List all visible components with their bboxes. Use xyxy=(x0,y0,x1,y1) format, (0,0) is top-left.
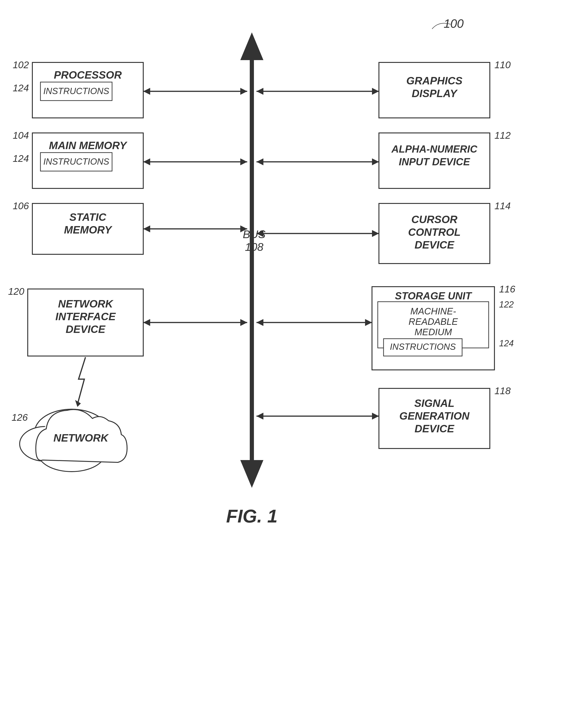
alpha-numeric-label1: ALPHA-NUMERIC xyxy=(391,143,478,155)
network-interface-label3: DEVICE xyxy=(66,323,105,335)
label-110: 110 xyxy=(495,59,511,70)
processor-label: PROCESSOR xyxy=(54,69,122,81)
svg-marker-13 xyxy=(372,158,379,165)
svg-marker-1 xyxy=(240,32,263,60)
network-interface-label1: NETWORK xyxy=(58,298,113,310)
label-112: 112 xyxy=(495,130,511,141)
label-118: 118 xyxy=(495,385,511,396)
diagram-container: 100 BUS 108 PROCESSOR INSTRUCTIONS 102 1… xyxy=(0,0,570,728)
processor-instructions-label: INSTRUCTIONS xyxy=(43,86,109,96)
svg-marker-16 xyxy=(143,225,150,232)
label-102: 102 xyxy=(13,59,29,70)
cursor-control-label2: CONTROL xyxy=(408,226,461,238)
label-124-mem: 124 xyxy=(13,153,29,164)
svg-marker-19 xyxy=(372,230,379,237)
label-104: 104 xyxy=(13,130,29,141)
svg-marker-14 xyxy=(256,158,263,165)
label-116: 116 xyxy=(499,284,516,295)
svg-marker-36 xyxy=(372,413,379,419)
cursor-control-label1: CURSOR xyxy=(411,213,457,225)
machine-readable-label1: MACHINE- xyxy=(410,306,456,316)
label-122: 122 xyxy=(499,300,514,309)
svg-marker-8 xyxy=(256,88,263,95)
main-memory-label: MAIN MEMORY xyxy=(49,139,128,151)
signal-gen-label3: DEVICE xyxy=(414,422,455,434)
network-interface-label2: INTERFACE xyxy=(55,311,116,323)
figure-label: FIG. 1 xyxy=(226,506,277,526)
machine-readable-label3: MEDIUM xyxy=(414,327,452,337)
label-114: 114 xyxy=(495,200,511,211)
svg-marker-11 xyxy=(240,158,247,165)
label-106: 106 xyxy=(13,200,29,211)
bus-id: 108 xyxy=(245,241,263,253)
static-memory-label2: MEMORY xyxy=(64,224,112,236)
signal-gen-label2: GENERATION xyxy=(399,410,470,422)
label-124-proc: 124 xyxy=(13,82,29,94)
network-label: NETWORK xyxy=(53,432,109,444)
svg-marker-22 xyxy=(143,319,150,326)
svg-marker-10 xyxy=(143,158,150,165)
svg-marker-25 xyxy=(365,319,372,326)
svg-marker-4 xyxy=(143,88,150,95)
label-126: 126 xyxy=(12,412,28,423)
graphics-display-label1: GRAPHICS xyxy=(406,75,463,87)
label-120: 120 xyxy=(8,286,24,297)
svg-marker-2 xyxy=(240,460,263,488)
svg-marker-7 xyxy=(372,88,379,95)
network-cloud: NETWORK xyxy=(20,409,127,472)
storage-unit-label: STORAGE UNIT xyxy=(395,290,472,302)
svg-marker-26 xyxy=(256,319,263,326)
svg-marker-5 xyxy=(240,88,247,95)
svg-marker-23 xyxy=(240,319,247,326)
alpha-numeric-label2: INPUT DEVICE xyxy=(399,156,471,167)
static-memory-label1: STATIC xyxy=(69,211,106,223)
graphics-display-label2: DISPLAY xyxy=(412,87,458,100)
machine-readable-label2: READABLE xyxy=(408,317,458,327)
cursor-control-label3: DEVICE xyxy=(414,239,455,251)
signal-gen-label1: SIGNAL xyxy=(414,397,455,409)
main-memory-instructions-label: INSTRUCTIONS xyxy=(43,157,109,166)
label-124-stor: 124 xyxy=(499,339,514,348)
storage-instructions-label: INSTRUCTIONS xyxy=(390,342,456,352)
svg-marker-37 xyxy=(256,413,263,419)
